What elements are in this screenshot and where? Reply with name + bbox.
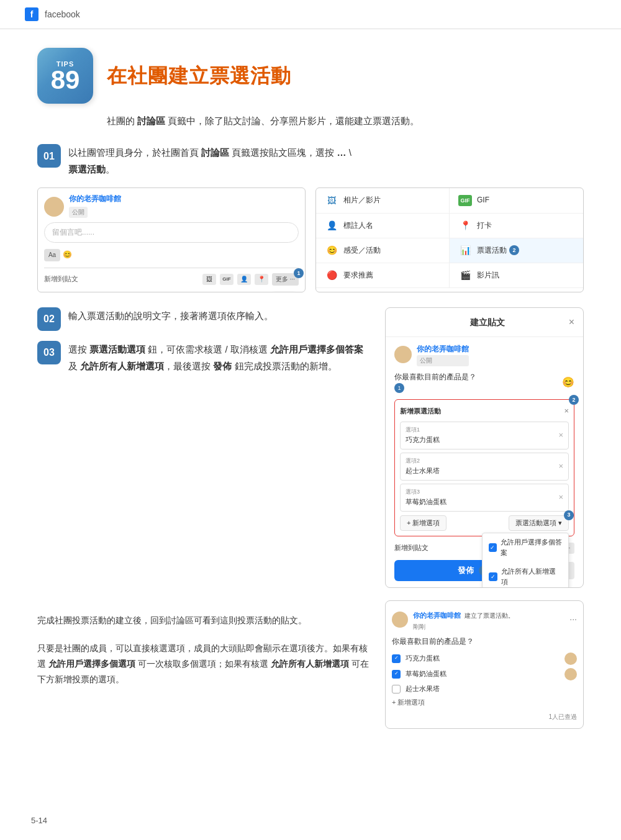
poll-title: 新增票選活動 (400, 406, 441, 417)
poll-option-remove-2[interactable]: × (558, 460, 563, 473)
result-header: 你的老弄咖啡館 建立了票選活動。 剛剛 ··· (392, 607, 577, 632)
dropdown-item-addnew[interactable]: ✓ 允許所有人新增選項 (483, 562, 568, 588)
dialog-body: 你的老弄咖啡館 公開 你最喜歡目前的產品是？ 1 😊 新增票選活動 (386, 337, 583, 587)
gif-icon[interactable]: GIF (220, 274, 233, 285)
vote-check-1[interactable]: ✓ (392, 654, 401, 663)
recommend-menu-icon: 🔴 (325, 270, 338, 281)
location-icon[interactable]: 📍 (255, 274, 268, 285)
more-btn-wrapper: 更多 ··· 1 更多 (272, 273, 299, 286)
post-input-placeholder[interactable]: 留個言吧...... (44, 222, 299, 243)
menu-label-recommend: 要求推薦 (343, 269, 373, 281)
poll-options-badge: 3 (564, 510, 574, 520)
step-02-badge: 02 (37, 307, 61, 331)
steps-left: 02 輸入票選活動的說明文字，接著將選項依序輸入。 03 選按 票選活動選項 鈕… (37, 307, 370, 588)
menu-label-checkin: 打卡 (477, 220, 492, 232)
poll-option-value-1: 巧克力蛋糕 (406, 436, 440, 443)
result-action: 建立了票選活動。 (465, 612, 514, 619)
checkin-menu-icon: 📍 (458, 220, 472, 231)
screenshots-row-1: 你的老弄咖啡館 公開 留個言吧...... Aa 😊 新增到貼文 🖼 GIF 👤 (37, 187, 584, 292)
poll-option-label-3: 選項3 (406, 487, 446, 496)
menu-item-gif[interactable]: GIF GIF (450, 188, 583, 213)
result-user-row: 你的老弄咖啡館 建立了票選活動。 剛剛 (392, 607, 569, 632)
tag-icon[interactable]: 👤 (237, 274, 251, 285)
result-count: 1人已查過 (392, 712, 577, 722)
check-multiple: ✓ (489, 543, 497, 552)
result-more-icon[interactable]: ··· (569, 612, 577, 626)
vote-empty-3[interactable] (392, 685, 401, 693)
dialog-avatar (394, 346, 412, 363)
post-public-badge: 公開 (69, 207, 88, 218)
page-number: 5-14 (31, 815, 47, 828)
dialog-title: 建立貼文 (407, 315, 569, 329)
vote-add[interactable]: + 新增選項 (392, 697, 577, 708)
poll-option-3: 選項3 草莓奶油蛋糕 × (400, 484, 569, 512)
add-option-button[interactable]: + 新增選項 (400, 515, 446, 531)
post-format-row: Aa 😊 (44, 246, 299, 264)
step-03-badge: 03 (37, 341, 61, 364)
dialog-add-post-label: 新增到貼文 (394, 543, 428, 554)
menu-label-poll: 票選活動 (477, 245, 507, 256)
poll-header: 新增票選活動 × (400, 405, 569, 418)
photo-menu-icon: 🖼 (325, 195, 338, 206)
poll-option-remove-3[interactable]: × (558, 491, 563, 504)
post-icons: 🖼 GIF 👤 📍 更多 ··· 1 更多 (202, 273, 299, 286)
check-addnew: ✓ (489, 572, 497, 581)
poll-options-label: 票選活動選項 ▾ (515, 518, 562, 528)
menu-grid: 🖼 相片／影片 GIF GIF 👤 標註人名 📍 打卡 (316, 188, 583, 288)
poll-option-1: 選項1 巧克力蛋糕 × (400, 422, 569, 449)
poll-option-label-1: 選項1 (406, 425, 440, 434)
poll-options-button[interactable]: 票選活動選項 ▾ (509, 515, 569, 531)
photo-icon[interactable]: 🖼 (202, 274, 216, 285)
gif-menu-icon: GIF (458, 195, 472, 206)
poll-close-btn[interactable]: × (564, 405, 569, 418)
menu-label-photo: 相片／影片 (343, 194, 381, 206)
poll-dropdown: ✓ 允許用戶選擇多個答案 ✓ 允許所有人新增選項 (482, 533, 569, 588)
avatar (44, 197, 64, 217)
menu-label-feeling: 感受／活動 (343, 245, 381, 256)
dialog-question: 你最喜歡目前的產品是？ 1 😊 (394, 371, 574, 393)
header: f facebook (0, 0, 621, 29)
tips-number: 89 (51, 67, 80, 93)
poll-menu-badge: 2 (509, 245, 519, 255)
step-01-badge: 01 (37, 144, 61, 168)
vote-avatar-1 (564, 653, 577, 665)
vote-label-2: 草莓奶油蛋糕 (406, 669, 560, 680)
menu-item-video[interactable]: 🎬 影片訊 (450, 263, 583, 288)
step-1-badge: 1 (294, 268, 304, 278)
dialog-close-button[interactable]: × (569, 314, 574, 330)
subtitle-text: 社團的 討論區 頁籤中，除了貼文討論、分享照片影片，還能建立票選活動。 (107, 115, 419, 126)
post-bottom: 新增到貼文 🖼 GIF 👤 📍 更多 ··· 1 (44, 268, 299, 286)
dialog-user-public: 公開 (417, 355, 469, 366)
step-02-block: 02 輸入票選活動的說明文字，接著將選項依序輸入。 (37, 307, 370, 331)
tips-badge: TIPS 89 (37, 48, 93, 104)
step-03-text: 選按 票選活動選項 鈕，可依需求核選 / 取消核選 允許用戶選擇多個答案 及 允… (68, 341, 370, 374)
poll-section: 新增票選活動 × 2 選項1 巧克力蛋糕 × (394, 399, 574, 536)
menu-item-recommend[interactable]: 🔴 要求推薦 (316, 263, 450, 288)
vote-check-2[interactable]: ✓ (392, 670, 401, 679)
menu-item-tag[interactable]: 👤 標註人名 (316, 214, 450, 238)
vote-item-3: 起士水果塔 (392, 684, 577, 695)
subtitle: 社團的 討論區 頁籤中，除了貼文討論、分享照片影片，還能建立票選活動。 (107, 112, 584, 129)
poll-option-label-2: 選項2 (406, 456, 440, 465)
bottom-para-2: 只要是社團的成員，可以直接核選選項，成員的大頭貼即會顯示在選項後方。如果有核選 … (37, 641, 373, 688)
menu-grid-screenshot: 🖼 相片／影片 GIF GIF 👤 標註人名 📍 打卡 (315, 187, 584, 292)
more-popup: 更多 (272, 292, 295, 292)
format-btn-aa[interactable]: Aa (44, 249, 60, 261)
emoji-btn[interactable]: 😊 (562, 374, 574, 391)
dropdown-item-multiple[interactable]: ✓ 允許用戶選擇多個答案 (483, 533, 568, 562)
post-box-screenshot: 你的老弄咖啡館 公開 留個言吧...... Aa 😊 新增到貼文 🖼 GIF 👤 (37, 187, 306, 292)
vote-label-3: 起士水果塔 (406, 684, 577, 695)
menu-item-checkin[interactable]: 📍 打卡 (450, 214, 583, 238)
poll-options-wrapper: 票選活動選項 ▾ 3 ✓ 允許用戶選擇多個答案 ✓ (509, 515, 569, 531)
bottom-section: 完成社團投票活動的建立後，回到討論區可看到這則投票活動的貼文。 只要是社團的成員… (37, 600, 584, 729)
dialog-question-text: 你最喜歡目前的產品是？ 1 (394, 371, 476, 393)
poll-option-remove-1[interactable]: × (558, 429, 563, 442)
emoji-icon: 😊 (63, 249, 72, 261)
step-03-block: 03 選按 票選活動選項 鈕，可依需求核選 / 取消核選 允許用戶選擇多個答案 … (37, 341, 370, 374)
menu-item-photo[interactable]: 🖼 相片／影片 (316, 188, 450, 213)
menu-item-feeling[interactable]: 😊 感受／活動 (316, 238, 450, 263)
menu-item-poll[interactable]: 📊 票選活動 2 (450, 238, 583, 263)
bottom-para-1: 完成社團投票活動的建立後，回到討論區可看到這則投票活動的貼文。 (37, 613, 373, 628)
publish-label: 發佈 (458, 565, 474, 576)
dialog-user-name: 你的老弄咖啡館 (417, 343, 469, 355)
